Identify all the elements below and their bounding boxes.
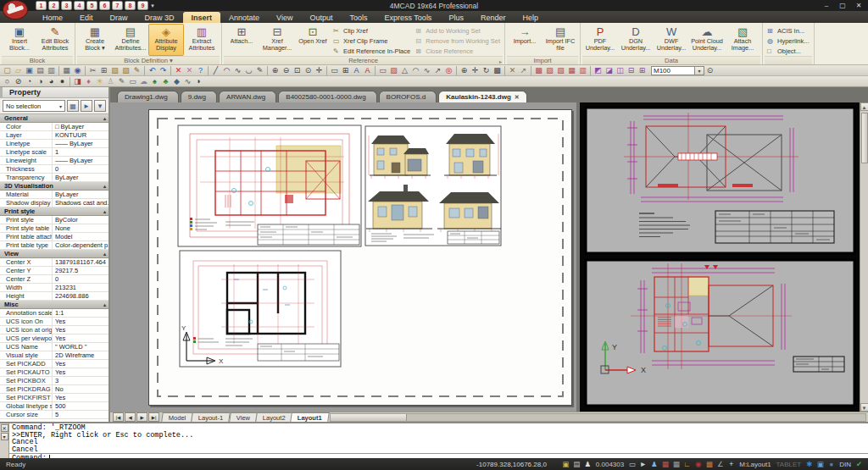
- help-icon[interactable]: ?: [195, 65, 206, 75]
- drawing-canvas[interactable]: Y X: [110, 102, 576, 412]
- collapse-icon[interactable]: ▴: [103, 301, 106, 309]
- layout-tab[interactable]: Layout2: [255, 412, 292, 422]
- paste-special-icon[interactable]: ▧: [120, 65, 131, 75]
- property-value[interactable]: Yes: [53, 360, 108, 368]
- viewport-icon[interactable]: ▭: [329, 65, 340, 75]
- ribbon-tab[interactable]: View: [268, 12, 301, 23]
- hatch-icon[interactable]: ▨: [388, 65, 399, 75]
- ribbon-tab[interactable]: Insert: [183, 12, 221, 23]
- pan-realtime-icon[interactable]: ✛: [470, 65, 481, 75]
- property-value[interactable]: Yes: [53, 368, 108, 376]
- property-value[interactable]: ByLayer: [53, 191, 108, 198]
- frame-icon[interactable]: ▦: [566, 65, 577, 75]
- ribbon-small-button[interactable]: □ Object...: [765, 46, 812, 56]
- ribbon-button[interactable]: ⊞ Attach...: [224, 24, 259, 56]
- adjust-icon[interactable]: ▥: [577, 65, 588, 75]
- ribbon-tab[interactable]: Plus: [440, 12, 472, 23]
- polygon-icon[interactable]: △: [399, 65, 410, 75]
- annotation-visibility-icon[interactable]: ▦: [659, 460, 670, 468]
- undo-icon[interactable]: ↶: [147, 65, 158, 75]
- property-value[interactable]: Yes: [53, 394, 108, 401]
- drawing-tab[interactable]: BOROFOS.d: [379, 91, 437, 102]
- property-value[interactable]: —— ByLayer: [53, 157, 108, 164]
- drawing-tab[interactable]: ARWAN.dwg: [219, 91, 276, 102]
- property-value[interactable]: 1:1: [53, 309, 108, 317]
- ribbon-small-button[interactable]: ⊠ Close Reference: [413, 46, 503, 56]
- sun-icon[interactable]: ☀: [94, 76, 105, 86]
- zoom-realtime-icon[interactable]: ⊕: [459, 65, 470, 75]
- named-views-icon[interactable]: ⊞: [340, 65, 351, 75]
- ribbon-small-button[interactable]: ▭ Xref Clip Frame: [331, 36, 413, 46]
- property-section-header[interactable]: 3D Visualisation▴: [0, 182, 108, 191]
- property-value[interactable]: Model: [53, 233, 108, 241]
- close-button[interactable]: ✕: [851, 1, 866, 10]
- erase-icon[interactable]: ✕: [173, 65, 184, 75]
- property-value[interactable]: 29217.5: [53, 267, 108, 274]
- property-value[interactable]: —— ByLayer: [53, 140, 108, 147]
- ribbon-button[interactable]: P PDF Underlay...: [582, 24, 618, 56]
- expand-command-icon[interactable]: ▾: [1, 433, 8, 440]
- tab-nav-button[interactable]: ▶: [136, 412, 147, 422]
- leader-icon[interactable]: ↗: [432, 65, 443, 75]
- bucket-icon[interactable]: ◆: [171, 76, 182, 86]
- command-history[interactable]: Command: '_RTZOOM>>ENTER, Right click or…: [9, 423, 868, 453]
- clip-icon[interactable]: ▧: [555, 65, 566, 75]
- layout-tab[interactable]: Model: [161, 412, 193, 422]
- drawing-tab[interactable]: Drawing1.dwg: [117, 91, 179, 102]
- drawing-tab[interactable]: 9.dwg: [181, 91, 217, 102]
- property-value[interactable]: KONTUUR: [53, 131, 108, 139]
- secondary-canvas[interactable]: Y X: [580, 102, 860, 412]
- ribbon-tab[interactable]: Edit: [71, 12, 102, 23]
- ribbon-tab[interactable]: Express Tools: [376, 12, 441, 23]
- ribbon-tab[interactable]: Draw 3D: [136, 12, 183, 23]
- settings-gear-icon[interactable]: ✱: [804, 460, 815, 468]
- new-icon[interactable]: ▢: [2, 65, 13, 75]
- ribbon-tab[interactable]: Home: [34, 12, 71, 23]
- collapse-icon[interactable]: ▴: [103, 207, 106, 216]
- viewports-3-icon[interactable]: ⊞: [637, 65, 648, 75]
- line-icon[interactable]: ╱: [210, 65, 221, 75]
- layout-tab[interactable]: Layout-1: [192, 412, 231, 422]
- ribbon-tab[interactable]: Annotate: [220, 12, 268, 23]
- selection-dropdown[interactable]: No selection ▾: [3, 100, 65, 112]
- tab-nav-button[interactable]: |◀: [113, 412, 124, 422]
- pickbox-icon[interactable]: ▭: [626, 460, 637, 468]
- curve-icon[interactable]: ◡: [243, 65, 254, 75]
- redo-icon[interactable]: ↷: [158, 65, 169, 75]
- collapse-icon[interactable]: ▴: [103, 182, 106, 191]
- ribbon-tab[interactable]: Draw: [102, 12, 136, 23]
- din-standard-label[interactable]: DIN: [839, 461, 851, 468]
- layout-new-icon[interactable]: ◩: [593, 65, 604, 75]
- text-icon[interactable]: A: [362, 65, 373, 75]
- ribbon-button[interactable]: ▤ Import IFC file: [542, 24, 578, 56]
- ribbon-small-button[interactable]: ⊞ Add to Working Set: [413, 25, 503, 36]
- esnap-person-icon[interactable]: ♟: [582, 460, 593, 468]
- ribbon-button[interactable]: D DGN Underlay...: [618, 24, 654, 56]
- ribbon-button[interactable]: ▤ Define Attributes...: [113, 24, 148, 56]
- property-value[interactable]: 5: [53, 411, 108, 418]
- ribbon-button[interactable]: ◈ Attribute Display: [148, 24, 184, 56]
- property-value[interactable]: Yes: [53, 335, 108, 342]
- toggle-pickadd-icon[interactable]: ▦: [67, 100, 79, 112]
- vertical-scrollbar[interactable]: ▲ ▼: [860, 102, 868, 412]
- property-value[interactable]: None: [53, 224, 108, 232]
- dual-monitor-icon[interactable]: ▣: [815, 460, 826, 468]
- oops-icon[interactable]: ✕: [184, 65, 195, 75]
- ribbon-small-button[interactable]: ⊟ Remove from Working Set: [413, 36, 503, 46]
- pan-icon[interactable]: ✛: [314, 65, 325, 75]
- zoom-extents-icon[interactable]: ⊙: [303, 65, 314, 75]
- wireframe-2d-icon[interactable]: ○: [2, 76, 13, 86]
- property-value[interactable]: ByColor: [53, 216, 108, 224]
- ribbon-tab[interactable]: Tools: [342, 12, 376, 23]
- xref-attach-icon[interactable]: ▩: [533, 65, 544, 75]
- property-value[interactable]: No: [53, 385, 108, 393]
- property-value[interactable]: 3: [53, 377, 108, 384]
- viewports-2-icon[interactable]: ⊟: [626, 65, 637, 75]
- ribbon-button[interactable]: W DWF Underlay...: [654, 24, 689, 56]
- paste-icon[interactable]: ▨: [109, 65, 120, 75]
- clean-screen-check-icon[interactable]: ✔: [854, 460, 865, 468]
- drawing-tab[interactable]: B4002580-0001-0000.dwg: [278, 91, 376, 102]
- realistic-icon[interactable]: ◕: [46, 76, 57, 86]
- cut-icon[interactable]: ✂: [87, 65, 98, 75]
- property-value[interactable]: " WORLD ": [53, 343, 108, 351]
